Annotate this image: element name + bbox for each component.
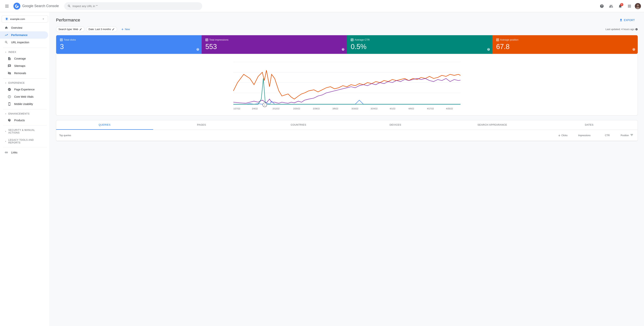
clicks-help[interactable] [196, 48, 199, 51]
sidebar-item-sitemaps[interactable]: Sitemaps [0, 62, 48, 69]
tab-pages[interactable]: PAGES [153, 120, 250, 130]
app-name: Google Search Console [22, 4, 59, 8]
new-filter-label: New [125, 28, 130, 31]
position-checkbox [496, 38, 499, 41]
metric-card-impressions[interactable]: Total impressions 553 [202, 35, 347, 54]
enhancements-section-header[interactable]: Enhancements [0, 111, 50, 117]
logo: Google Search Console [13, 2, 59, 10]
metric-card-ctr[interactable]: Average CTR 0.5% [347, 35, 492, 54]
nav-divider-5 [3, 147, 46, 147]
sidebar-item-url-inspection[interactable]: URL inspection [0, 39, 48, 46]
svg-rect-4 [17, 6, 18, 6]
main-area: example.com Overview Performance [0, 12, 644, 326]
tab-devices[interactable]: DEVICES [347, 120, 444, 130]
svg-point-3 [14, 3, 20, 9]
enhancements-section-label: Enhancements [8, 112, 30, 115]
legacy-section-label: Legacy tools and reports [8, 139, 45, 144]
experience-collapse-icon [4, 82, 7, 84]
security-section-header[interactable]: Security & Manual Actions [0, 127, 50, 136]
svg-text:2/4/22: 2/4/22 [252, 107, 258, 110]
table-filter-button[interactable] [629, 132, 634, 138]
search-type-filter[interactable]: Search type: Web [56, 26, 84, 32]
sidebar-item-links[interactable]: Links [0, 149, 48, 156]
check-icon-3 [351, 39, 353, 41]
sort-down-icon [558, 134, 560, 137]
column-header-ctr[interactable]: CTR [590, 134, 610, 137]
index-section-header[interactable]: Index [0, 49, 50, 55]
sidebar-label-sitemaps: Sitemaps [14, 64, 25, 67]
sidebar-label-core-web-vitals: Core Web Vitals [14, 95, 34, 98]
sidebar-item-performance[interactable]: Performance [0, 31, 48, 39]
removals-icon [8, 71, 11, 75]
svg-text:2/28/22: 2/28/22 [313, 107, 320, 110]
svg-text:2/12/22: 2/12/22 [272, 107, 280, 110]
url-search-input[interactable] [72, 4, 199, 8]
apps-button[interactable] [626, 2, 633, 10]
ctr-help-icon [487, 48, 490, 51]
sidebar-label-page-experience: Page Experience [14, 88, 35, 91]
column-header-clicks[interactable]: Clicks [544, 134, 568, 137]
legacy-section-header[interactable]: Legacy tools and reports [0, 137, 50, 146]
sidebar-item-core-web-vitals[interactable]: Core Web Vitals [0, 93, 48, 100]
position-help[interactable] [632, 48, 636, 51]
notifications-button[interactable]: 5 [616, 2, 624, 10]
impressions-help[interactable] [342, 48, 344, 51]
property-dropdown-icon [42, 17, 45, 20]
sidebar-label-overview: Overview [11, 26, 22, 29]
page-title: Performance [56, 18, 80, 22]
tab-dates[interactable]: DATES [541, 120, 638, 130]
core-web-vitals-icon [8, 95, 11, 98]
svg-text:4/25/22: 4/25/22 [446, 107, 453, 110]
help-button[interactable] [598, 2, 606, 10]
sidebar-item-removals[interactable]: Removals [0, 69, 48, 77]
add-filter-button[interactable]: New [119, 27, 132, 32]
sidebar-item-mobile-usability[interactable]: Mobile Usability [0, 100, 48, 108]
tab-search-appearance[interactable]: SEARCH APPEARANCE [444, 120, 541, 130]
sidebar-item-coverage[interactable]: Coverage [0, 55, 48, 62]
column-header-query[interactable]: Top queries [59, 134, 544, 137]
chart-area: 1 1/27/22 2/4/22 2/12/22 2/20/22 2/28/22… [60, 58, 634, 111]
enhancements-collapse-icon [4, 113, 7, 115]
performance-chart: 1 1/27/22 2/4/22 2/12/22 2/20/22 2/28/22… [60, 58, 634, 111]
metric-card-position[interactable]: Average position 67.8 [492, 35, 638, 54]
sidebar-item-overview[interactable]: Overview [0, 24, 48, 31]
svg-rect-2 [5, 7, 8, 7]
ctr-help[interactable] [487, 48, 490, 51]
top-bar: Google Search Console [0, 0, 644, 12]
ctr-label-row: Average CTR [351, 38, 488, 41]
app-shell: Google Search Console [0, 0, 644, 326]
page-header: Performance EXPORT [56, 17, 638, 23]
hamburger-menu[interactable] [3, 2, 11, 10]
sidebar-item-products[interactable]: Products [0, 117, 48, 124]
people-button[interactable] [607, 2, 615, 10]
position-value: 67.8 [496, 43, 634, 51]
main-content: Performance EXPORT Search type: Web [50, 12, 644, 326]
sidebar-label-removals: Removals [14, 72, 26, 75]
experience-section-label: Experience [8, 82, 25, 84]
sidebar-item-page-experience[interactable]: Page Experience [0, 86, 48, 93]
impressions-label-row: Total impressions [206, 38, 343, 41]
tab-queries[interactable]: QUERIES [56, 120, 153, 130]
svg-text:3/24/22: 3/24/22 [371, 107, 378, 110]
user-avatar[interactable] [635, 3, 641, 9]
tab-countries[interactable]: COUNTRIES [250, 120, 347, 130]
sidebar-label-mobile-usability: Mobile Usability [14, 102, 33, 105]
url-search-bar[interactable] [64, 2, 202, 10]
sidebar: example.com Overview Performance [0, 12, 50, 326]
date-filter[interactable]: Date: Last 3 months [86, 26, 117, 32]
experience-section-header[interactable]: Experience [0, 80, 50, 86]
column-header-position[interactable]: Position [610, 134, 629, 137]
info-icon [635, 28, 638, 31]
metric-card-clicks[interactable]: Total clicks 3 [56, 35, 202, 54]
property-selector[interactable]: example.com [2, 15, 48, 22]
url-inspect-icon [4, 41, 8, 44]
people-icon [609, 4, 613, 8]
table-toolbar: Top queries Clicks Impressions CTR [56, 130, 638, 141]
home-icon [4, 26, 8, 29]
export-button[interactable]: EXPORT [616, 17, 638, 23]
svg-rect-0 [5, 5, 8, 5]
impressions-checkbox [206, 38, 208, 41]
column-header-impressions[interactable]: Impressions [568, 134, 590, 137]
top-queries-label: Top queries [59, 134, 71, 137]
last-updated-text: Last updated: 4 hours ago [606, 28, 634, 31]
